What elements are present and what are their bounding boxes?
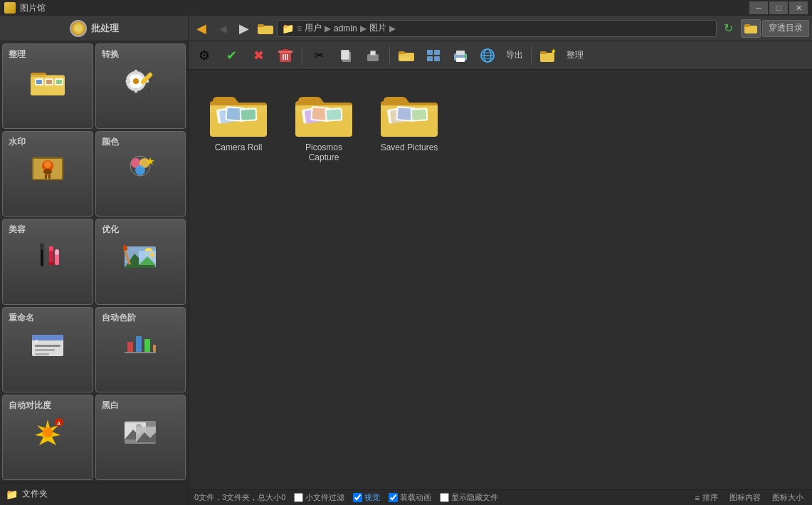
- svg-rect-81: [371, 51, 375, 55]
- organize-icon-button[interactable]: [535, 44, 561, 67]
- export-label: 导出: [506, 49, 523, 61]
- scissors-button[interactable]: ✂: [306, 44, 332, 67]
- svg-rect-50: [35, 353, 49, 355]
- icon-size-button[interactable]: 图标大小: [769, 491, 806, 505]
- minimize-button[interactable]: ─: [749, 1, 768, 14]
- sidebar-item-organize[interactable]: 整理: [2, 43, 93, 129]
- sidebar-item-convert[interactable]: 转换: [95, 43, 186, 129]
- content-area: Camera Roll P: [189, 70, 812, 489]
- svg-rect-83: [399, 51, 405, 54]
- sidebar-bottom: 📁 文件夹: [0, 482, 188, 505]
- icon-content-button[interactable]: 图标内容: [727, 491, 764, 505]
- sidebar-item-autogradient[interactable]: 自动色阶: [95, 307, 186, 392]
- delete-button[interactable]: [273, 44, 298, 67]
- svg-rect-69: [744, 24, 750, 27]
- nav-refresh-button[interactable]: ↻: [718, 19, 738, 38]
- svg-text:B: B: [35, 339, 38, 344]
- svg-rect-49: [35, 349, 55, 351]
- title-bar-controls: ─ □ ✕: [749, 1, 808, 14]
- nav-right-folder-btn[interactable]: [741, 19, 761, 38]
- svg-rect-8: [56, 80, 62, 84]
- svg-rect-23: [45, 175, 47, 179]
- animation-checkbox[interactable]: 装载动画: [389, 492, 431, 503]
- file-info-text: 0文件，3文件夹，总大小0: [194, 492, 285, 503]
- sidebar-item-beauty[interactable]: 美容: [2, 219, 93, 304]
- cancel-button[interactable]: ✖: [246, 44, 271, 67]
- organize-button[interactable]: 整理: [562, 44, 588, 67]
- print-button[interactable]: [448, 44, 473, 67]
- svg-rect-106: [241, 109, 256, 120]
- sidebar-bottom-label: 文件夹: [22, 488, 48, 500]
- hidden-files-label: 显示隐藏文件: [451, 492, 498, 503]
- app-icon: [4, 2, 16, 14]
- svg-rect-72: [283, 49, 288, 51]
- svg-marker-17: [147, 88, 150, 91]
- folder-item-picosmos-capture[interactable]: Picosmos Capture: [288, 84, 359, 167]
- camera-roll-label: Camera Roll: [215, 142, 263, 152]
- nav-folder-button[interactable]: [255, 19, 275, 38]
- sidebar-item-watermark[interactable]: 水印: [2, 131, 93, 217]
- nav-bar: ◀ ◀ ▶ 📁 ≡ 用户 ▶ admin ▶ 图片 ▶ ↻: [189, 16, 812, 41]
- rename-icon: B: [28, 327, 68, 363]
- folder-item-saved-pictures[interactable]: Saved Pictures: [374, 84, 445, 167]
- export-globe-button[interactable]: [475, 44, 500, 67]
- small-filter-input[interactable]: [294, 493, 303, 502]
- hidden-files-input[interactable]: [440, 493, 449, 502]
- nav-back-button[interactable]: ◀: [191, 19, 211, 38]
- svg-rect-67: [258, 24, 264, 27]
- autocontrast-label: 自动对比度: [9, 400, 51, 412]
- paste-button[interactable]: [360, 44, 386, 67]
- camera-roll-folder-icon: [210, 88, 267, 138]
- view-checkbox[interactable]: 视觉: [353, 492, 380, 503]
- open-folder-button[interactable]: [394, 44, 419, 67]
- autogradient-icon: [120, 327, 160, 363]
- sidebar-item-autocontrast[interactable]: 自动对比度 A: [2, 395, 93, 480]
- toolbar-sep-1: [302, 46, 302, 65]
- svg-point-11: [133, 78, 139, 84]
- small-filter-label: 小文件过滤: [305, 492, 344, 503]
- small-filter-checkbox[interactable]: 小文件过滤: [294, 492, 344, 503]
- settings-button[interactable]: ⚙: [191, 44, 217, 67]
- svg-rect-99: [540, 51, 547, 54]
- svg-rect-112: [327, 109, 342, 120]
- hidden-files-checkbox[interactable]: 显示隐藏文件: [440, 492, 498, 503]
- optimize-label: 优化: [102, 224, 119, 236]
- copy-button[interactable]: [333, 44, 359, 67]
- beauty-label: 美容: [9, 224, 26, 236]
- status-right: ≡ 排序 图标内容 图标大小: [692, 491, 806, 505]
- view-input[interactable]: [353, 493, 362, 502]
- sidebar-item-bw[interactable]: 黑白: [95, 395, 186, 480]
- svg-rect-53: [136, 336, 142, 352]
- sidebar-item-rename[interactable]: 重命名 B: [2, 307, 93, 392]
- icon-size-label: 图标大小: [772, 492, 803, 503]
- svg-rect-118: [412, 109, 427, 120]
- close-button[interactable]: ✕: [789, 1, 808, 14]
- svg-rect-91: [456, 58, 465, 62]
- sort-button[interactable]: ≡ 排序: [692, 491, 721, 505]
- toolbar-sep-2: [389, 46, 390, 65]
- organize-icon: [28, 63, 68, 99]
- sidebar-item-color[interactable]: 颜色: [95, 131, 186, 217]
- main-layout: 批处理 整理: [0, 16, 812, 505]
- svg-rect-31: [49, 246, 53, 251]
- thumbnail-view-button[interactable]: [421, 44, 446, 67]
- beauty-icon: [28, 239, 68, 274]
- nav-back2-button[interactable]: ◀: [213, 19, 233, 38]
- export-button[interactable]: 导出: [502, 44, 527, 67]
- maximize-button[interactable]: □: [769, 1, 788, 14]
- svg-point-22: [43, 169, 52, 175]
- toolbar: ⚙ ✔ ✖ ✂: [189, 41, 812, 70]
- svg-rect-92: [464, 55, 466, 57]
- svg-text:A: A: [57, 421, 60, 426]
- path-segment-users: 用户: [305, 22, 322, 34]
- autogradient-label: 自动色阶: [102, 312, 136, 324]
- organize-label: 整理: [566, 49, 584, 61]
- confirm-button[interactable]: ✔: [218, 44, 244, 67]
- sidebar-item-optimize[interactable]: 优化: [95, 219, 186, 304]
- animation-input[interactable]: [389, 493, 398, 502]
- svg-point-34: [40, 243, 44, 250]
- nav-forward-button[interactable]: ▶: [234, 19, 254, 38]
- picosmos-capture-label: Picosmos Capture: [292, 142, 355, 162]
- shortcut-dir-button[interactable]: 穿透目录: [762, 20, 809, 37]
- folder-item-camera-roll[interactable]: Camera Roll: [203, 84, 274, 167]
